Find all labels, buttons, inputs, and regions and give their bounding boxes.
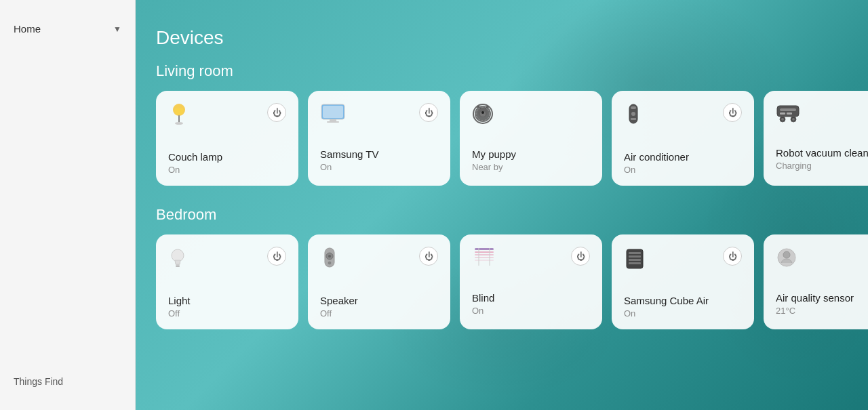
page-title: Devices: [156, 27, 848, 49]
svg-rect-18: [780, 112, 785, 115]
svg-rect-15: [631, 118, 636, 120]
svg-point-29: [328, 255, 331, 258]
ac-icon: [624, 103, 643, 131]
device-status-air-conditioner: On: [624, 165, 742, 175]
device-card-air-conditioner[interactable]: ⏻ Air conditioner On: [612, 91, 754, 186]
power-button-couch-lamp[interactable]: ⏻: [267, 103, 286, 122]
svg-point-22: [781, 118, 784, 121]
device-card-blind[interactable]: ⏻ Blind On: [460, 234, 602, 329]
vacuum-icon: [776, 103, 800, 127]
svg-rect-39: [629, 252, 641, 254]
device-name-robot-vacuum: Robot vacuum cleaner: [776, 147, 868, 159]
power-button-samsung-tv[interactable]: ⏻: [419, 103, 438, 122]
device-status-blind: On: [472, 306, 590, 316]
power-button-samsung-cube[interactable]: ⏻: [723, 247, 742, 266]
device-name-couch-lamp: Couch lamp: [168, 151, 286, 163]
sidebar: Home ▼ Things Find: [0, 0, 136, 410]
svg-rect-4: [330, 119, 336, 121]
device-card-speaker[interactable]: ⏻ Speaker Off: [308, 234, 450, 329]
svg-point-44: [783, 251, 790, 258]
device-name-air-quality: Air quality sensor: [776, 292, 868, 304]
device-card-samsung-cube[interactable]: ⏻ Samsung Cube Air On: [612, 234, 754, 329]
svg-rect-41: [629, 259, 641, 261]
power-button-air-conditioner[interactable]: ⏻: [723, 103, 742, 122]
power-button-light[interactable]: ⏻: [267, 247, 286, 266]
speaker-icon: [320, 247, 339, 274]
tv-icon: [320, 103, 346, 128]
svg-point-23: [792, 118, 795, 121]
light-icon: [168, 247, 187, 274]
device-status-couch-lamp: On: [168, 165, 286, 175]
svg-point-1: [175, 122, 183, 125]
device-status-speaker: Off: [320, 308, 438, 319]
device-status-robot-vacuum: Charging: [776, 161, 868, 171]
device-card-my-puppy[interactable]: My puppy Near by: [460, 91, 602, 186]
svg-rect-31: [475, 248, 494, 250]
cube-icon: [624, 247, 646, 274]
device-name-samsung-tv: Samsung TV: [320, 148, 438, 160]
sidebar-item-things-find-label: Things Find: [14, 376, 63, 387]
device-status-samsung-tv: On: [320, 162, 438, 172]
main-content: Devices Living room ⏻ Couch lamp On: [136, 0, 868, 410]
device-card-samsung-tv[interactable]: ⏻ Samsung TV On: [308, 91, 450, 186]
device-name-speaker: Speaker: [320, 295, 438, 306]
bedroom-title: Bedroom: [156, 206, 848, 224]
svg-rect-25: [176, 264, 180, 266]
svg-rect-5: [327, 121, 339, 123]
svg-point-9: [481, 111, 484, 114]
device-name-samsung-cube: Samsung Cube Air: [624, 295, 742, 306]
svg-point-24: [172, 249, 184, 262]
svg-rect-3: [323, 106, 343, 118]
bedroom-grid: ⏻ Light Off ⏻ Speaker Off: [156, 234, 848, 329]
sidebar-item-home[interactable]: Home ▼: [0, 14, 135, 44]
svg-point-14: [631, 112, 635, 116]
svg-rect-34: [475, 257, 494, 258]
svg-rect-42: [629, 262, 641, 264]
device-status-light: Off: [168, 308, 286, 319]
lamp-icon: [168, 103, 190, 131]
svg-rect-19: [787, 112, 792, 115]
svg-rect-17: [780, 108, 796, 111]
device-card-light[interactable]: ⏻ Light Off: [156, 234, 298, 329]
chevron-down-icon: ▼: [113, 24, 121, 34]
svg-rect-32: [475, 251, 494, 253]
svg-rect-26: [176, 266, 180, 267]
device-name-light: Light: [168, 295, 286, 306]
sidebar-item-things-find[interactable]: Things Find: [0, 367, 135, 396]
living-room-title: Living room: [156, 62, 848, 80]
device-card-air-quality[interactable]: ⏻ Air quality sensor 21°C: [764, 234, 868, 329]
sidebar-item-home-label: Home: [14, 23, 41, 35]
svg-rect-33: [475, 254, 494, 255]
device-status-my-puppy: Near by: [472, 162, 590, 172]
svg-rect-40: [629, 255, 641, 258]
device-name-air-conditioner: Air conditioner: [624, 151, 742, 163]
device-status-samsung-cube: On: [624, 308, 742, 319]
living-room-grid: ⏻ Couch lamp On ⏻ Samsung TV On: [156, 91, 848, 186]
device-name-my-puppy: My puppy: [472, 148, 590, 160]
device-status-air-quality: 21°C: [776, 306, 868, 316]
device-name-blind: Blind: [472, 292, 590, 304]
power-button-speaker[interactable]: ⏻: [419, 247, 438, 266]
device-card-robot-vacuum[interactable]: ▶ Robot vacuum cleaner Charging: [764, 91, 868, 186]
power-button-blind[interactable]: ⏻: [571, 247, 590, 266]
puppy-icon: [472, 103, 494, 128]
airquality-icon: [776, 247, 797, 272]
svg-rect-35: [475, 260, 494, 261]
svg-rect-13: [631, 106, 636, 109]
device-card-couch-lamp[interactable]: ⏻ Couch lamp On: [156, 91, 298, 186]
blind-icon: [472, 247, 496, 272]
svg-point-30: [328, 262, 331, 264]
